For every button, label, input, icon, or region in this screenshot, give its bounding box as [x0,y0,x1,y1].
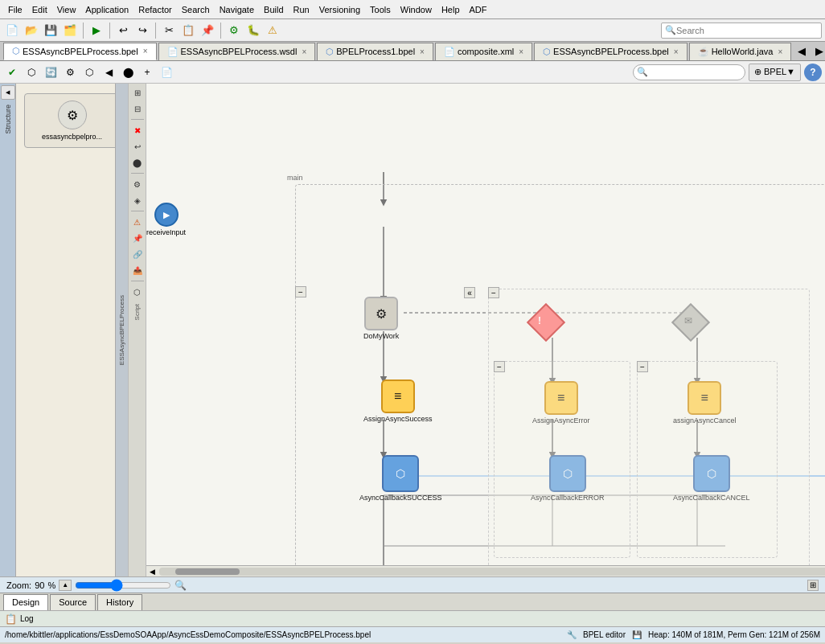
menu-adf[interactable]: ADF [465,3,492,16]
inner-btn7[interactable]: ◈ [130,193,145,207]
inner-btn6[interactable]: ⚙ [130,177,145,191]
toolbar2-btn5[interactable]: ⬡ [80,64,98,81]
menu-versioning[interactable]: Versioning [314,3,365,16]
horizontal-scrollbar[interactable]: ◀ ▶ [146,565,825,576]
tab-close-5[interactable]: × [674,47,679,56]
inner-btn1[interactable]: ⊞ [130,85,145,100]
inner-btn10[interactable]: 🔗 [130,247,145,261]
inner-btn9[interactable]: 📌 [130,231,145,245]
menu-help[interactable]: Help [437,3,465,16]
zoom-slider[interactable] [75,580,171,590]
menu-window[interactable]: Window [396,3,437,16]
toolbar2-btn2[interactable]: ⬡ [23,64,40,81]
tab-essasync-bpel-1[interactable]: ⬡ ESSAsyncBPELProcess.bpel × [3,43,157,60]
toolbar2-btn8[interactable]: + [138,64,156,81]
save-all-btn[interactable]: 🗂️ [61,22,79,39]
menu-search[interactable]: Search [177,3,215,16]
toolbar2-btn7[interactable]: ⬤ [119,64,137,81]
menu-build[interactable]: Build [259,3,288,16]
inner-btn5[interactable]: ⬤ [130,155,145,170]
inner-btn8[interactable]: ⚠ [130,215,145,229]
btab-design[interactable]: Design [3,594,48,610]
tab-essasync-bpel-2[interactable]: ⬡ ESSAsyncBPELProcess.bpel × [534,43,688,60]
tab-bpelprocess1[interactable]: ⬡ BPELProcess1.bpel × [317,43,433,60]
warn-btn[interactable]: ⚠ [264,22,281,39]
new-btn[interactable]: 📄 [3,22,21,39]
inner-sep4 [131,281,144,281]
collapse-main[interactable]: − [295,286,306,297]
redo-btn[interactable]: ↪ [133,22,151,39]
tab-composite[interactable]: 📄 composite.xml × [435,43,532,60]
node-receiveInput[interactable]: ▶ receiveInput [146,203,186,236]
cut-btn[interactable]: ✂ [160,22,178,39]
zoom-up-btn[interactable]: ▲ [59,580,72,591]
node-assignAsyncError[interactable]: ≡ AssignAsyncError [532,381,590,425]
inner-btn2[interactable]: ⊟ [130,101,145,116]
tab-close-2[interactable]: × [302,47,306,56]
collapse-fault[interactable]: − [488,287,499,298]
zoom-out-icon[interactable]: 🔍 [174,580,187,591]
bpel-selector[interactable]: ⊕ BPEL▼ [749,64,801,81]
paste-btn[interactable]: 📌 [199,22,216,39]
node-asyncCallbackSUCCESS[interactable]: ⬡ AsyncCallbackSUCCESS [359,455,442,502]
collapse-cancel[interactable]: − [637,361,648,372]
menu-navigate[interactable]: Navigate [215,3,259,16]
btab-history[interactable]: History [97,594,142,610]
bpel-canvas[interactable]: main [146,84,825,565]
run-btn[interactable]: ▶ [88,22,105,39]
copy-btn[interactable]: 📋 [179,22,197,39]
inner-btn12[interactable]: ⬡ [130,285,145,299]
search-input2[interactable] [648,68,741,77]
toolbar2-btn4[interactable]: ⚙ [61,64,79,81]
node-asyncCallbackERROR[interactable]: ⬡ AsyncCallbackERROR [531,455,605,502]
inner-btn3[interactable]: ✖ [130,123,145,137]
sep1 [83,23,84,39]
node-cancelDiamond[interactable]: ✉ [677,309,704,336]
search-box[interactable]: 🔍 [661,23,822,39]
menu-tools[interactable]: Tools [365,3,396,16]
tab-helloworld[interactable]: ☕ HelloWorld.java × [689,43,792,60]
collapse-error[interactable]: − [494,361,505,372]
toolbar2-btn3[interactable]: 🔄 [42,64,60,81]
undo-btn[interactable]: ↩ [114,22,132,39]
menu-view[interactable]: View [52,3,81,16]
node-asyncCallbackCANCEL[interactable]: ⬡ AsyncCallbackCANCEL [673,455,750,502]
hscroll-thumb[interactable] [175,568,240,575]
validate-btn[interactable]: ✔ [3,64,21,81]
tab-close-3[interactable]: × [420,47,425,56]
search-box2[interactable]: 🔍 [633,64,745,80]
node-doMyWork[interactable]: ⚙ DoMyWork [363,297,399,340]
node-assignAsyncSuccess[interactable]: ≡ AssignAsyncSuccess [363,379,433,423]
tab-close-1[interactable]: × [143,47,148,55]
debug-btn[interactable]: 🐛 [244,22,262,39]
tab-scroll-right[interactable]: ▶ [811,43,825,60]
node-errorDiamond[interactable]: ! [532,309,560,336]
tab-scroll-left[interactable]: ◀ [793,43,811,60]
zoom-fit-btn[interactable]: ⊞ [807,580,819,591]
hscroll-left[interactable]: ◀ [146,566,158,577]
left-panel-btn1[interactable]: ◀ [1,85,15,100]
open-btn[interactable]: 📂 [23,22,40,39]
menu-edit[interactable]: Edit [27,3,52,16]
hscroll-track[interactable] [159,568,825,576]
toolbar2-btn9[interactable]: 📄 [158,64,175,81]
menu-application[interactable]: Application [80,3,133,16]
menu-run[interactable]: Run [289,3,314,16]
nav-node[interactable]: ⚙ essasyncbpelpro... [24,93,121,148]
menu-refactor[interactable]: Refactor [133,3,177,16]
tab-close-6[interactable]: × [778,47,782,56]
search-input[interactable] [676,26,818,35]
tab-essasync-wsdl[interactable]: 📄 ESSAsyncBPELProcess.wsdl × [158,43,316,60]
menu-file[interactable]: File [3,3,27,16]
save-btn[interactable]: 💾 [42,22,60,39]
inner-btn4[interactable]: ↩ [130,139,145,154]
btab-source[interactable]: Source [50,594,96,610]
tab-close-4[interactable]: × [519,47,523,56]
inner-btn11[interactable]: 📤 [130,263,145,277]
node-assignAsyncCancel[interactable]: ≡ assignAsyncCancel [673,381,737,425]
toolbar2-btn6[interactable]: ◀ [100,64,117,81]
build-btn[interactable]: ⚙ [225,22,243,39]
help-btn[interactable]: ? [804,64,822,81]
back-btn[interactable]: « [464,287,475,298]
inner-toolbar: ⊞ ⊟ ✖ ↩ ⬤ ⚙ ◈ ⚠ 📌 🔗 📤 ⬡ Script [129,84,146,576]
